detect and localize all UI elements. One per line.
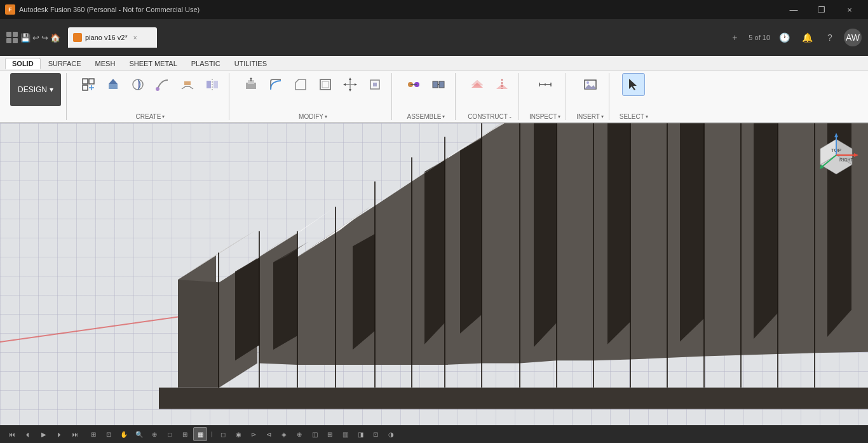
home-icon[interactable]: 🏠 (50, 33, 60, 43)
svg-marker-79 (778, 123, 815, 354)
tab-plastic[interactable]: PLASTIC (185, 58, 227, 69)
fillet-icon (269, 78, 283, 92)
bottom-grid-button[interactable]: ⊡ (102, 427, 116, 441)
tab-utilities[interactable]: UTILITIES (228, 58, 273, 69)
svg-marker-21 (349, 89, 351, 92)
svg-rect-19 (322, 81, 329, 88)
bottom-tool-10[interactable]: ◨ (353, 427, 367, 441)
bottom-tool-11[interactable]: ⊡ (369, 427, 383, 441)
svg-marker-76 (704, 123, 741, 356)
active-tab[interactable]: piano v16 v2* × (68, 27, 157, 48)
bottom-tool-8[interactable]: ⊞ (323, 427, 337, 441)
inspect-buttons (534, 73, 557, 96)
viewport[interactable]: TOP RIGHT (0, 123, 868, 425)
svg-marker-61 (424, 160, 445, 344)
insert-image-button[interactable] (579, 73, 602, 96)
mirror-button[interactable] (201, 73, 224, 96)
svg-marker-124 (854, 153, 858, 157)
measure-button[interactable] (534, 73, 557, 96)
press-pull-button[interactable] (240, 73, 262, 96)
select-tool-button[interactable] (622, 73, 645, 96)
next-frame-button[interactable]: ⏵ (53, 427, 67, 441)
bottom-separator: | (211, 431, 212, 437)
scale-button[interactable] (363, 73, 386, 96)
first-frame-button[interactable]: ⏮ (5, 427, 19, 441)
bottom-tool-12[interactable]: ◑ (384, 427, 398, 441)
construct-label[interactable]: CONSTRUCT - (468, 113, 512, 120)
minimize-button[interactable]: — (780, 0, 807, 19)
midplane-button[interactable] (491, 73, 513, 96)
tab-solid[interactable]: SOLID (5, 58, 41, 69)
svg-rect-12 (214, 81, 218, 88)
redo-icon[interactable]: ↪ (41, 33, 48, 43)
bottom-tool-3[interactable]: ⊳ (247, 427, 261, 441)
notification-button[interactable]: 🔔 (798, 29, 816, 46)
loft-icon (180, 78, 194, 92)
assemble-label[interactable]: ASSEMBLE ▾ (407, 113, 445, 120)
rigid-group-button[interactable] (427, 73, 450, 96)
svg-marker-65 (460, 139, 482, 334)
revolve-button[interactable] (126, 73, 149, 96)
bottom-zoom-button[interactable]: 🔍 (132, 427, 146, 441)
svg-marker-55 (297, 231, 336, 365)
grid-icon[interactable] (6, 32, 18, 43)
view-cube[interactable]: TOP RIGHT (811, 130, 862, 181)
tab-history-button[interactable]: 🕐 (775, 29, 793, 46)
save-icon[interactable]: 💾 (20, 33, 31, 43)
create-label[interactable]: CREATE ▾ (136, 113, 165, 120)
prev-frame-button[interactable]: ⏴ (21, 427, 35, 441)
bottom-grid-toggle-button[interactable]: ⊞ (178, 427, 192, 441)
extrude-button[interactable] (102, 73, 125, 96)
bottom-view-button[interactable]: ▦ (193, 427, 207, 441)
sweep-button[interactable] (151, 73, 174, 96)
svg-marker-44 (159, 388, 868, 409)
bottom-display-button[interactable]: □ (163, 427, 177, 441)
select-label[interactable]: SELECT ▾ (620, 113, 648, 120)
bottom-tool-6[interactable]: ⊕ (292, 427, 306, 441)
last-frame-button[interactable]: ⏭ (69, 427, 83, 441)
bottom-zoom-fit-button[interactable]: ⊕ (147, 427, 161, 441)
offset-plane-button[interactable] (466, 73, 489, 96)
loft-button[interactable] (176, 73, 199, 96)
svg-point-8 (156, 87, 159, 91)
add-tab-button[interactable]: + (726, 29, 743, 46)
design-button[interactable]: DESIGN ▾ (10, 73, 61, 106)
help-button[interactable]: ? (821, 29, 839, 46)
tab-bar: 💾 ↩ ↪ 🏠 piano v16 v2* × + 5 of 10 🕐 🔔 ? … (0, 19, 868, 56)
shell-button[interactable] (314, 73, 337, 96)
create-arrow: ▾ (162, 114, 165, 119)
application: F Autodesk Fusion 360 (Personal - Not fo… (0, 0, 868, 443)
bottom-tool-9[interactable]: ▥ (338, 427, 352, 441)
tab-mesh[interactable]: MESH (89, 58, 122, 69)
construct-buttons (466, 73, 513, 96)
account-button[interactable]: AW (844, 29, 862, 46)
close-button[interactable]: × (836, 0, 863, 19)
bottom-tool-7[interactable]: ◫ (308, 427, 322, 441)
bottom-snap-button[interactable]: ⊞ (86, 427, 100, 441)
tab-sheet-metal[interactable]: SHEET METAL (123, 58, 183, 69)
restore-button[interactable]: ❐ (808, 0, 835, 19)
svg-marker-122 (834, 133, 838, 137)
bottom-pan-button[interactable]: ✋ (117, 427, 131, 441)
tab-surface[interactable]: SURFACE (42, 58, 88, 69)
insert-label[interactable]: INSERT ▾ (576, 113, 604, 120)
undo-icon[interactable]: ↩ (32, 33, 39, 43)
tab-close-button[interactable]: × (133, 34, 137, 41)
new-component-button[interactable] (77, 73, 100, 96)
fillet-button[interactable] (264, 73, 287, 96)
bottom-tool-1[interactable]: ◻ (216, 427, 230, 441)
play-button[interactable]: ▶ (37, 427, 51, 441)
bottom-tool-5[interactable]: ◈ (277, 427, 291, 441)
construct-label-text: CONSTRUCT - (468, 113, 512, 120)
extrude-icon (106, 78, 120, 92)
modify-label[interactable]: MODIFY ▾ (299, 113, 327, 120)
svg-rect-1 (89, 79, 94, 84)
svg-marker-68 (534, 123, 557, 347)
svg-marker-53 (273, 249, 297, 350)
bottom-tool-2[interactable]: ◉ (231, 427, 245, 441)
inspect-label[interactable]: INSPECT ▾ (529, 113, 560, 120)
joint-button[interactable] (402, 73, 425, 96)
bottom-tool-4[interactable]: ⊲ (262, 427, 276, 441)
move-button[interactable] (339, 73, 362, 96)
chamfer-button[interactable] (289, 73, 312, 96)
